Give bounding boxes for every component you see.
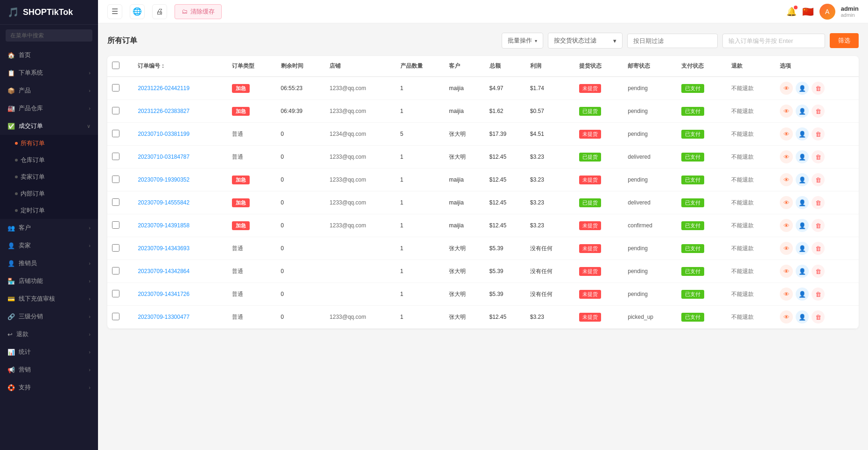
pay-badge: 已支付 [681, 198, 704, 207]
row-checkbox[interactable] [112, 290, 119, 297]
view-button[interactable]: 👁 [780, 288, 793, 301]
mail-status-cell: pending [623, 237, 677, 260]
sidebar-item-promoter[interactable]: 👤推销员 › [0, 254, 98, 272]
pay-status-cell: 已支付 [677, 237, 726, 260]
view-button[interactable]: 👁 [780, 150, 793, 163]
row-checkbox[interactable] [112, 198, 119, 206]
row-checkbox[interactable] [112, 221, 119, 229]
delete-button[interactable]: 🗑 [812, 82, 825, 95]
sidebar-item-topup-audit[interactable]: 💳线下充值审核 › [0, 290, 98, 308]
sidebar-item-product[interactable]: 📦产品 › [0, 82, 98, 99]
sidebar-nav: 🏠首页 📋下单系统 › 📦产品 › 🏭产品仓库 › ✅成交订单 ∨ 所有订单 仓… [0, 46, 98, 450]
edit-button[interactable]: 👤 [796, 242, 809, 255]
sidebar-item-internal-orders[interactable]: 内部订单 [0, 185, 98, 202]
batch-operation-button[interactable]: 批量操作 ▾ [502, 33, 543, 49]
clear-cache-button[interactable]: 🗂 清除缓存 [175, 4, 222, 19]
sidebar-item-stats[interactable]: 📊统计 › [0, 343, 98, 361]
row-checkbox[interactable] [112, 176, 119, 183]
delete-button[interactable]: 🗑 [812, 219, 825, 232]
sidebar-item-refund[interactable]: ↩退款 › [0, 325, 98, 343]
sidebar-item-order-system[interactable]: 📋下单系统 › [0, 64, 98, 82]
total-cell: $5.39 [485, 283, 525, 306]
row-checkbox[interactable] [112, 313, 119, 320]
col-profit: 利润 [525, 56, 574, 77]
col-order-id: 订单编号： [133, 56, 227, 77]
language-flag[interactable]: 🇨🇳 [802, 6, 814, 17]
row-checkbox[interactable] [112, 267, 119, 274]
pickup-status-badge: 未提货 [579, 130, 601, 139]
date-filter-input[interactable] [627, 34, 718, 48]
order-type-badge: 加急 [232, 221, 250, 230]
menu-toggle-button[interactable]: ☰ [107, 4, 122, 19]
order-type-text: 普通 [232, 245, 243, 252]
sidebar-item-product-warehouse[interactable]: 🏭产品仓库 › [0, 99, 98, 117]
order-id-cell: 20230709-14341726 [133, 283, 227, 306]
sidebar-item-marketing[interactable]: 📢营销 › [0, 361, 98, 379]
view-button[interactable]: 👁 [780, 219, 793, 232]
delete-button[interactable]: 🗑 [812, 173, 825, 186]
sidebar-item-scheduled-orders[interactable]: 定时订单 [0, 202, 98, 219]
sidebar-item-customer[interactable]: 👥客户 › [0, 219, 98, 237]
delete-button[interactable]: 🗑 [812, 127, 825, 141]
pickup-status-badge: 未提货 [579, 244, 601, 253]
print-button[interactable]: 🖨 [152, 4, 167, 19]
select-all-checkbox[interactable] [112, 62, 119, 69]
row-checkbox[interactable] [112, 130, 119, 137]
delete-button[interactable]: 🗑 [812, 288, 825, 301]
delete-button[interactable]: 🗑 [812, 196, 825, 209]
table-row: 20230709-14342864 普通 0 1 张大明 $5.39 没有任何 … [107, 260, 859, 283]
order-search-input[interactable] [722, 34, 825, 48]
edit-button[interactable]: 👤 [796, 173, 809, 186]
sidebar-item-three-level[interactable]: 🔗三级分销 › [0, 308, 98, 325]
edit-button[interactable]: 👤 [796, 82, 809, 95]
sidebar-item-support[interactable]: 🛟支持 › [0, 379, 98, 396]
sidebar-search-input[interactable] [6, 29, 92, 42]
row-checkbox[interactable] [112, 244, 119, 252]
pickup-status-badge: 未提货 [579, 267, 601, 276]
delete-button[interactable]: 🗑 [812, 265, 825, 278]
view-button[interactable]: 👁 [780, 196, 793, 209]
chevron-right-icon: › [89, 385, 91, 390]
table-row: 20231226-02442119 加急 06:55:23 1233@qq.co… [107, 77, 859, 100]
edit-button[interactable]: 👤 [796, 219, 809, 232]
edit-button[interactable]: 👤 [796, 265, 809, 278]
sidebar-item-completed-orders[interactable]: ✅成交订单 ∨ [0, 117, 98, 135]
notification-bell-button[interactable]: 🔔 [786, 7, 797, 17]
delete-button[interactable]: 🗑 [812, 105, 825, 118]
row-checkbox[interactable] [112, 107, 119, 114]
delete-button[interactable]: 🗑 [812, 242, 825, 255]
status-filter-select[interactable]: 按交货状态过滤 ▾ [548, 33, 623, 49]
sidebar-item-warehouse-orders[interactable]: 仓库订单 [0, 152, 98, 169]
delete-button[interactable]: 🗑 [812, 310, 825, 323]
mail-status-cell: pending [623, 77, 677, 100]
sidebar-item-seller-orders[interactable]: 卖家订单 [0, 169, 98, 185]
edit-button[interactable]: 👤 [796, 310, 809, 323]
row-checkbox[interactable] [112, 84, 119, 91]
pickup-status-badge: 未提货 [579, 176, 601, 184]
delete-button[interactable]: 🗑 [812, 150, 825, 163]
view-button[interactable]: 👁 [780, 82, 793, 95]
edit-button[interactable]: 👤 [796, 196, 809, 209]
view-button[interactable]: 👁 [780, 242, 793, 255]
sidebar-item-all-orders[interactable]: 所有订单 [0, 135, 98, 152]
pickup-status-cell: 未提货 [574, 237, 623, 260]
view-button[interactable]: 👁 [780, 105, 793, 118]
edit-button[interactable]: 👤 [796, 127, 809, 141]
edit-button[interactable]: 👤 [796, 105, 809, 118]
topbar-right-section: 🔔 🇨🇳 A admin admin [786, 4, 859, 20]
view-button[interactable]: 👁 [780, 127, 793, 141]
filter-apply-button[interactable]: 筛选 [830, 33, 859, 48]
row-checkbox[interactable] [112, 153, 119, 160]
view-button[interactable]: 👁 [780, 265, 793, 278]
edit-button[interactable]: 👤 [796, 150, 809, 163]
time-left-cell: 0 [276, 169, 325, 191]
sidebar-item-home[interactable]: 🏠首页 [0, 46, 98, 64]
customer-cell: maijia [444, 77, 484, 100]
view-button[interactable]: 👁 [780, 173, 793, 186]
view-button[interactable]: 👁 [780, 310, 793, 323]
sidebar-item-seller[interactable]: 👤卖家 › [0, 237, 98, 254]
sidebar-item-store-func[interactable]: 🏪店铺功能 › [0, 272, 98, 290]
time-left-cell: 0 [276, 123, 325, 146]
edit-button[interactable]: 👤 [796, 288, 809, 301]
globe-icon[interactable]: 🌐 [130, 4, 145, 19]
